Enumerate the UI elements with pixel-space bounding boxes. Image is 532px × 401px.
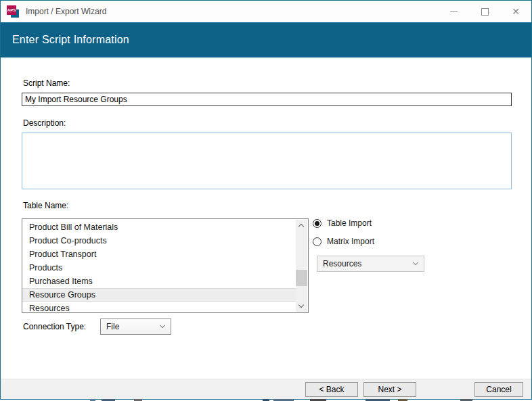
radio-unselected-icon [313,237,322,246]
list-item-selected[interactable]: Resource Groups [22,288,296,302]
list-item[interactable]: Product Transport [22,247,296,261]
scroll-up-icon[interactable] [298,224,304,229]
scroll-down-icon[interactable] [298,302,304,308]
script-name-input[interactable] [22,93,512,106]
close-icon: ✕ [512,7,520,16]
table-name-list: Product Bill of Materials Product Co-pro… [22,220,296,313]
table-name-listbox[interactable]: Product Bill of Materials Product Co-pro… [22,218,309,313]
app-logo-icon: APS [7,5,19,18]
matrix-table-dropdown[interactable]: Resources [317,256,424,272]
page-title: Enter Script Information [12,34,129,46]
wizard-dialog: APS Import / Export Wizard ✕ Enter Scrip… [0,0,532,400]
description-input[interactable] [22,133,512,189]
minimize-button[interactable] [438,1,469,22]
footer-bar [1,379,531,399]
back-button[interactable]: < Back [305,382,358,397]
radio-matrix-import-label: Matrix Import [327,237,374,246]
maximize-button[interactable] [469,1,500,22]
window-controls: ✕ [438,1,531,22]
minimize-icon [450,11,458,12]
chevron-down-icon [160,323,165,328]
connection-type-dropdown[interactable]: File [100,319,171,335]
script-name-label: Script Name: [23,78,70,88]
scrollbar-thumb[interactable] [296,270,307,286]
list-item[interactable]: Purchased Items [22,275,296,288]
connection-type-value: File [106,322,119,331]
connection-type-label: Connection Type: [23,322,86,331]
radio-table-import[interactable]: Table Import [313,218,372,228]
next-button[interactable]: Next > [363,382,416,397]
title-bar: APS Import / Export Wizard ✕ [1,1,531,22]
list-item[interactable]: Resources [22,302,296,313]
table-name-label: Table Name: [23,201,68,210]
wizard-header: Enter Script Information [1,22,531,57]
cancel-button[interactable]: Cancel [474,382,523,397]
list-item[interactable]: Product Co-products [22,234,296,247]
close-button[interactable]: ✕ [500,1,531,22]
logo-front-square: APS [7,5,16,15]
list-item[interactable]: Product Bill of Materials [22,220,296,234]
list-item[interactable]: Products [22,261,296,275]
radio-matrix-import[interactable]: Matrix Import [313,237,374,246]
window-title: Import / Export Wizard [26,7,106,16]
matrix-table-value: Resources [323,259,361,268]
description-label: Description: [23,118,66,128]
radio-selected-icon [313,219,322,228]
maximize-icon [481,8,489,16]
listbox-scrollbar[interactable] [296,220,307,312]
chevron-down-icon [413,260,418,265]
radio-table-import-label: Table Import [327,218,372,228]
